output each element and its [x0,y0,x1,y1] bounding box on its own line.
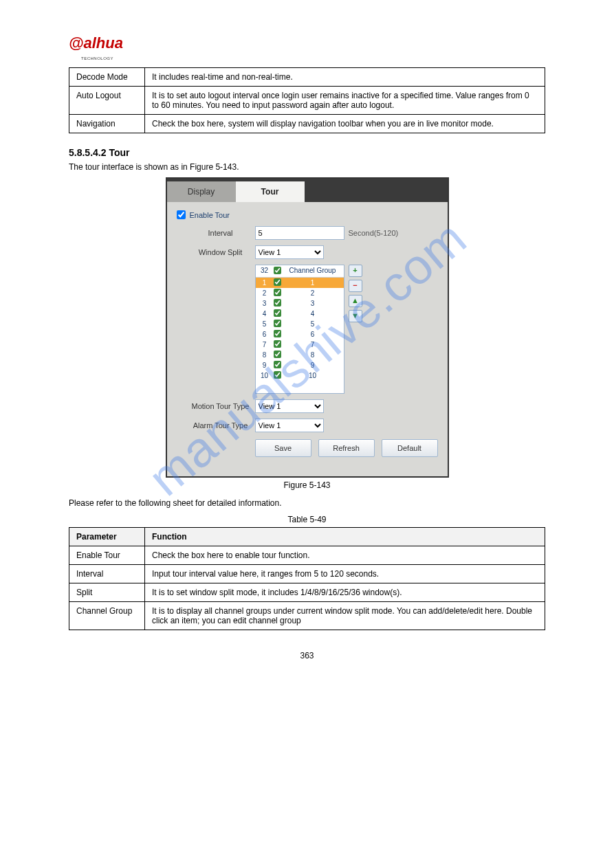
page-number: 363 [69,651,545,660]
window-split-select[interactable]: View 1 [255,245,324,259]
tour-panel: Display Tour Enable Tour Interval Second… [166,177,449,478]
list-item[interactable]: 33 [256,298,344,309]
desc-cell: It is to set auto logout interval once l… [145,87,545,115]
table-row: IntervalInput tour interval value here, … [69,565,545,583]
desc-cell: Check the box here to enable tour functi… [145,546,545,565]
tab-tour[interactable]: Tour [236,181,305,202]
channel-group-value: 3 [283,300,342,307]
interval-label: Interval [186,229,255,237]
channel-index: 10 [257,372,272,379]
channel-group-value: 4 [283,310,342,318]
table-row: Enable TourCheck the box here to enable … [69,546,545,565]
channel-index: 4 [257,310,272,318]
alarm-tour-label: Alarm Tour Type [186,421,255,430]
desc-cell: It includes real-time and non-real-time. [145,68,545,87]
list-item[interactable]: 77 [256,340,344,350]
move-up-icon[interactable]: ▲ [349,295,362,307]
desc-cell: It is to set window split mode, it inclu… [145,583,545,602]
param-cell: Channel Group [69,602,145,630]
table-row: Channel GroupIt is to display all channe… [69,602,545,630]
channel-group-value: 6 [283,331,342,338]
list-item[interactable]: 88 [256,350,344,360]
figure-caption: Figure 5-143 [69,480,545,490]
remove-icon[interactable]: − [349,280,362,292]
logo: @alhua TECHNOLOGY [69,34,545,62]
default-button[interactable]: Default [382,439,438,457]
channel-checkbox[interactable] [274,320,281,327]
window-split-label: Window Split [186,248,255,256]
alarm-tour-select[interactable]: View 1 [255,419,324,432]
table-row: SplitIt is to set window split mode, it … [69,583,545,602]
logo-subtext: TECHNOLOGY [81,56,113,60]
table-row: NavigationCheck the box here, system wil… [69,115,545,133]
list-item[interactable]: 1010 [256,370,344,381]
section-heading: 5.8.5.4.2 Tour [69,147,545,158]
list-item[interactable]: 99 [256,360,344,370]
list-item[interactable]: 11 [256,278,344,288]
motion-tour-select[interactable]: View 1 [255,399,324,413]
save-button[interactable]: Save [255,439,311,457]
table2-header-param: Parameter [69,528,145,546]
channel-checkbox[interactable] [274,309,281,317]
refresh-button[interactable]: Refresh [318,439,375,457]
channel-checkbox[interactable] [274,299,281,307]
channel-index: 5 [257,320,272,328]
channel-group-header: Channel Group [283,267,342,276]
channel-group-value: 9 [283,361,342,369]
channel-index: 7 [257,341,272,348]
channel-checkbox[interactable] [274,350,281,358]
desc-cell: It is to display all channel groups unde… [145,602,545,630]
channel-checkbox[interactable] [274,371,281,379]
list-item[interactable]: 44 [256,309,344,319]
channel-checkbox[interactable] [274,278,281,286]
channel-group-list[interactable]: 32 Channel Group 1122334455667788991010 [255,265,344,394]
channel-count: 32 [257,267,272,276]
add-icon[interactable]: + [349,265,362,277]
channel-checkbox[interactable] [274,289,281,296]
param-table-1: Decode ModeIt includes real-time and non… [69,67,545,133]
list-item[interactable]: 66 [256,329,344,340]
channel-group-value: 2 [283,289,342,297]
channel-header-checkbox[interactable] [274,267,281,274]
table2-header-func: Function [145,528,545,546]
interval-hint: Second(5-120) [349,229,399,237]
table-row: Auto LogoutIt is to set auto logout inte… [69,87,545,115]
channel-checkbox[interactable] [274,330,281,337]
motion-tour-label: Motion Tour Type [186,402,255,410]
after-figure-text: Please refer to the following sheet for … [69,498,545,508]
channel-checkbox[interactable] [274,340,281,348]
enable-tour-checkbox[interactable] [177,210,186,219]
channel-group-value: 7 [283,341,342,348]
tab-display[interactable]: Display [167,181,236,202]
param-cell: Split [69,583,145,602]
param-cell: Navigation [69,115,145,133]
section-intro: The tour interface is shown as in Figure… [69,162,545,172]
desc-cell: Input tour interval value here, it range… [145,565,545,583]
channel-index: 9 [257,361,272,369]
list-item[interactable]: 22 [256,288,344,298]
channel-group-value: 5 [283,320,342,328]
channel-index: 8 [257,351,272,359]
move-down-icon[interactable]: ▼ [349,310,362,322]
param-cell: Decode Mode [69,68,145,87]
channel-group-value: 8 [283,351,342,359]
channel-index: 6 [257,331,272,338]
channel-group-value: 1 [283,279,342,287]
param-cell: Enable Tour [69,546,145,565]
channel-checkbox[interactable] [274,361,281,368]
channel-group-value: 10 [283,372,342,379]
list-item[interactable]: 55 [256,319,344,329]
desc-cell: Check the box here, system will display … [145,115,545,133]
channel-index: 3 [257,300,272,307]
table2-caption: Table 5-49 [69,515,545,524]
tab-strip: Display Tour [167,179,448,202]
channel-index: 1 [257,279,272,287]
param-cell: Interval [69,565,145,583]
enable-tour-label: Enable Tour [190,211,230,219]
logo-text: alhua [83,34,122,52]
channel-index: 2 [257,289,272,297]
param-cell: Auto Logout [69,87,145,115]
param-table-2: Parameter Function Enable TourCheck the … [69,527,545,630]
table-row: Decode ModeIt includes real-time and non… [69,68,545,87]
interval-input[interactable] [255,226,344,240]
